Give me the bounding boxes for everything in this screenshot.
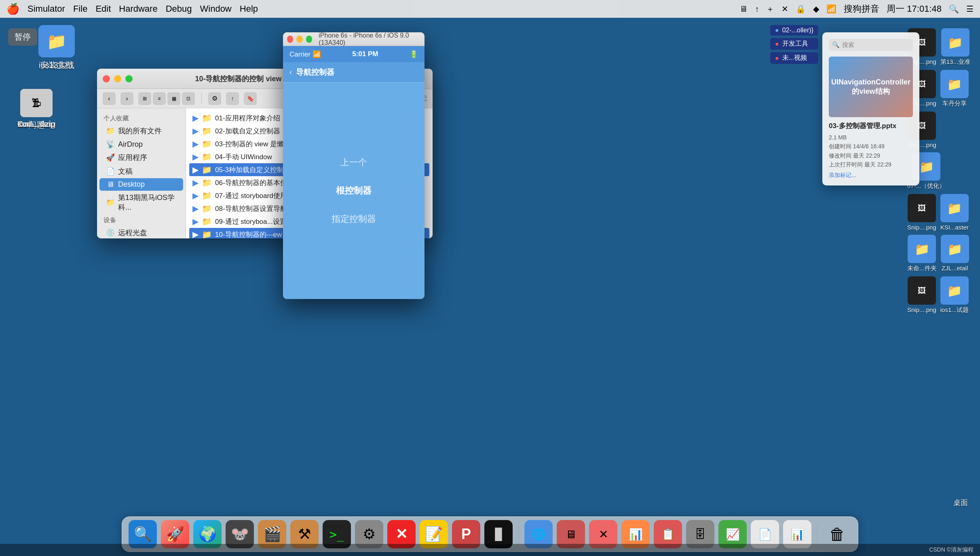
menu-help[interactable]: Help xyxy=(240,4,258,14)
info-opened: 上次打开时间 最天 22:29 xyxy=(829,160,913,169)
folder-unnamed-icon: 📁 xyxy=(908,235,936,263)
sim-battery-icon: 🔋 xyxy=(410,50,418,59)
right-file-zjl[interactable]: 📁 ZJL...etail xyxy=(941,235,969,272)
list-view-button[interactable]: ≡ xyxy=(153,92,166,105)
cross-icon: ✕ xyxy=(781,4,788,14)
view-buttons: ⊞ ≡ ▦ ⊡ xyxy=(138,92,195,105)
search-icon: 🔍 xyxy=(832,41,840,48)
right-file-snip4[interactable]: 🖼 Snip....png xyxy=(907,194,936,231)
menu-list-icon[interactable]: ☰ xyxy=(966,4,974,14)
sidebar-item-all-files[interactable]: 📁 我的所有文件 xyxy=(99,124,183,138)
snip-preview-4: 🖼 xyxy=(908,194,936,222)
preview-label: UINavigationController的view结构 xyxy=(831,78,910,96)
sim-title: iPhone 6s - iPhone 6s / iOS 9.0 (13A340) xyxy=(319,32,420,46)
right-file-unnamed[interactable]: 📁 未命...件夹 xyxy=(907,235,937,272)
menu-file[interactable]: Edit xyxy=(95,4,111,14)
search-bar[interactable]: 🔍 搜索 xyxy=(829,39,913,51)
folder-file-icon: 📁 xyxy=(202,217,212,226)
nav-indicator-1[interactable]: ● 02-...oller)} xyxy=(770,25,818,36)
tag-button[interactable]: 🔖 xyxy=(244,92,257,105)
folder-file-icon: 📁 xyxy=(202,126,212,136)
sidebar-section-favorites: 个人收藏 xyxy=(97,112,186,124)
all-files-icon: 📁 xyxy=(106,126,115,135)
folder-file-icon: 📁 xyxy=(202,113,212,123)
snip-preview-5: 🖼 xyxy=(908,276,936,305)
sim-back-button[interactable]: ‹ xyxy=(289,68,292,76)
gear-button[interactable]: ⚙ xyxy=(208,92,221,105)
right-file-chefan[interactable]: 📁 车丹分享 xyxy=(940,70,969,107)
right-file-ios1[interactable]: 📁 ios1...试题 xyxy=(940,276,969,314)
desktop-icon-com[interactable]: 🗜 com...t.zip xyxy=(8,89,65,129)
sim-navbar: ‹ 导航控制器 xyxy=(283,62,425,82)
desktop-label: 桌面 xyxy=(953,498,968,508)
close-button[interactable] xyxy=(103,75,110,82)
nav-indicator-3[interactable]: ● 未...视频 xyxy=(770,52,818,64)
maximize-button[interactable] xyxy=(125,75,133,82)
sidebar-item-apps[interactable]: 🚀 应用程序 xyxy=(99,151,183,164)
minimize-button[interactable] xyxy=(114,75,121,82)
sidebar-item-ios13[interactable]: 📁 第13期黑马iOS学科... xyxy=(99,191,183,214)
sim-root-label[interactable]: 根控制器 xyxy=(336,185,372,197)
sidebar-item-docs[interactable]: 📄 文稿 xyxy=(99,164,183,178)
menu-window[interactable]: Window xyxy=(200,4,232,14)
menu-edit[interactable]: File xyxy=(73,4,87,14)
folder-file-icon: 📁 xyxy=(202,165,212,175)
sim-minimize-button[interactable] xyxy=(296,36,302,43)
right-file-ksi[interactable]: 📁 KSI...aster xyxy=(940,194,969,231)
browser7-icon: 📈 xyxy=(726,528,740,541)
browser4-icon: 📊 xyxy=(629,528,643,541)
folder-icon: ▶ xyxy=(192,152,199,162)
forward-button[interactable]: › xyxy=(120,92,133,105)
folder-icon: ▶ xyxy=(192,178,199,187)
add-tag-link[interactable]: 添加标记... xyxy=(829,172,913,179)
nav-dot-3: ● xyxy=(775,55,779,62)
simulator-window: iPhone 6s - iPhone 6s / iOS 9.0 (13A340)… xyxy=(283,32,425,299)
sim-assign-label[interactable]: 指定控制器 xyxy=(332,213,376,225)
menubar: 🍎 Simulator File Edit Hardware Debug Win… xyxy=(0,0,980,18)
folder-file-icon: 📁 xyxy=(202,191,212,200)
sidebar-item-remote-disk[interactable]: 💿 远程光盘 xyxy=(99,226,183,238)
prefs-icon: ⚙ xyxy=(363,526,376,543)
nav-indicator-2[interactable]: ● 开发工具 xyxy=(770,38,818,50)
menu-hardware[interactable]: Hardware xyxy=(119,4,157,14)
menu-simulator[interactable]: Simulator xyxy=(27,4,65,14)
folder-icon: ▶ xyxy=(192,165,199,175)
info-created: 创建时间 14/4/6 16:49 xyxy=(829,142,913,151)
sidebar-item-desktop[interactable]: 🖥 Desktop xyxy=(99,178,183,191)
sim-titlebar: iPhone 6s - iPhone 6s / iOS 9.0 (13A340) xyxy=(283,32,425,46)
trash-icon: 🗑 xyxy=(829,525,845,543)
sim-close-button[interactable] xyxy=(287,36,293,43)
docs-icon: 📄 xyxy=(106,167,115,176)
icon-view-button[interactable]: ⊞ xyxy=(138,92,151,105)
info-details: 2.1 MB 创建时间 14/4/6 16:49 修改时间 最天 22:29 上… xyxy=(829,133,913,169)
video-icon: 🎬 xyxy=(263,526,281,543)
right-file-snip5[interactable]: 🖼 Snip....png xyxy=(907,276,936,314)
sim-prev-label: 上一个 xyxy=(340,156,367,168)
folder-icon: ▶ xyxy=(192,113,199,123)
sim-maximize-button[interactable] xyxy=(306,36,312,43)
sidebar-item-airdrop[interactable]: 📡 AirDrop xyxy=(99,138,183,151)
menu-debug[interactable]: Debug xyxy=(166,4,192,14)
info-panel: 🔍 搜索 UINavigationController的view结构 03-多控… xyxy=(822,32,919,185)
tools-icon: ⚒ xyxy=(298,526,311,543)
input-method-label[interactable]: 搜狗拼音 xyxy=(844,3,879,15)
terminal2-icon: █ xyxy=(495,528,502,541)
apple-menu-icon[interactable]: 🍎 xyxy=(6,3,19,15)
share-button[interactable]: ↑ xyxy=(226,92,239,105)
cover-view-button[interactable]: ⊡ xyxy=(182,92,195,105)
finder-icon: 🔍 xyxy=(134,526,152,543)
column-view-button[interactable]: ▦ xyxy=(167,92,180,105)
remote-disk-icon: 💿 xyxy=(106,228,115,237)
folder-icon: ▶ xyxy=(192,217,199,226)
sim-time: 5:01 PM xyxy=(352,50,378,58)
desktop-icon-ios13[interactable]: 📁 ios13实战 xyxy=(28,25,85,71)
wifi-icon: 📶 xyxy=(826,4,836,14)
launchpad-icon: 🚀 xyxy=(166,526,184,543)
bottom-statusbar: CSDN ©清灰编程 xyxy=(0,544,980,556)
info-filename: 03-多控制器管理.pptx xyxy=(829,121,913,131)
browser1-icon: 🌐 xyxy=(532,528,546,541)
search-icon[interactable]: 🔍 xyxy=(949,4,959,14)
back-button[interactable]: ‹ xyxy=(103,92,116,105)
nav-label-1: 02-...oller)} xyxy=(782,27,813,34)
right-file-13ye[interactable]: 📁 第13...业准 xyxy=(940,28,970,66)
